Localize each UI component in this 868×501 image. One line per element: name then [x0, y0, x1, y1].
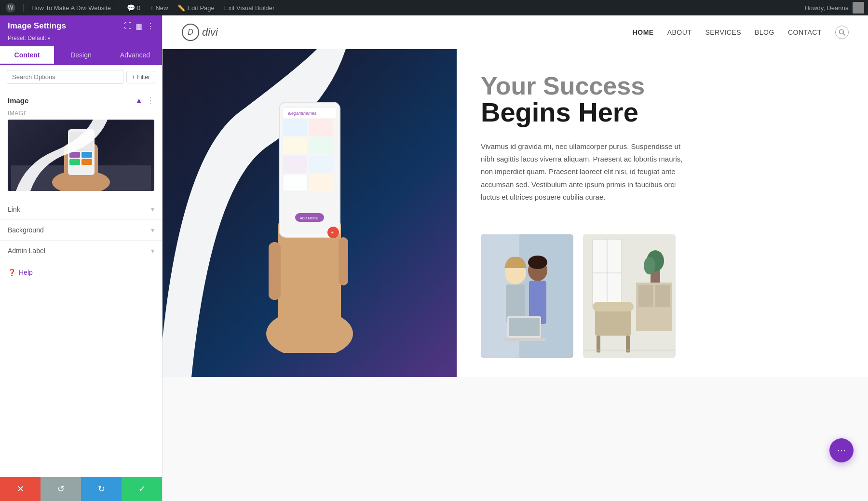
svg-rect-51 — [595, 309, 631, 336]
nav-home[interactable]: HOME — [633, 28, 654, 36]
svg-text:elegantthemes: elegantthemes — [288, 111, 317, 116]
nav-about[interactable]: ABOUT — [667, 28, 692, 36]
admin-label-chevron-icon: ▾ — [151, 247, 154, 255]
nav-services[interactable]: SERVICES — [705, 28, 741, 36]
svg-rect-25 — [283, 174, 307, 191]
undo-button[interactable]: ↺ — [41, 477, 81, 501]
exit-builder-item[interactable]: Exit Visual Builder — [222, 0, 277, 15]
filter-button[interactable]: + Filter — [126, 71, 155, 83]
separator — [23, 4, 24, 12]
svg-point-36 — [528, 256, 547, 269]
wp-logo-item[interactable]: W — [4, 0, 17, 15]
svg-rect-26 — [309, 174, 333, 191]
svg-rect-22 — [309, 137, 333, 154]
svg-rect-7 — [69, 159, 80, 165]
help-label: Help — [19, 269, 33, 276]
hero-headline-area: Your Success Begins Here — [481, 73, 844, 140]
comments-item[interactable]: 💬 0 — [125, 0, 142, 15]
cancel-button[interactable]: ✕ — [0, 477, 41, 501]
save-button[interactable]: ✓ — [122, 477, 162, 501]
bubble-icon: 💬 — [127, 4, 135, 12]
tab-design[interactable]: Design — [54, 46, 108, 65]
nav-blog[interactable]: BLOG — [755, 28, 774, 36]
help-row[interactable]: ❓ Help — [0, 261, 162, 284]
svg-rect-5 — [69, 152, 80, 158]
redo-button[interactable]: ↻ — [81, 477, 122, 501]
background-chevron-icon: ▾ — [151, 226, 154, 234]
redo-icon: ↻ — [98, 484, 105, 494]
phone-display: elegantthemes ADD MOR — [163, 49, 457, 377]
undo-icon: ↺ — [57, 484, 65, 494]
svg-text:ADD MORE: ADD MORE — [300, 217, 318, 220]
panel-search: + Filter — [0, 65, 162, 89]
hero-thumb-people — [481, 234, 573, 358]
background-section-row[interactable]: Background ▾ — [0, 219, 162, 240]
columns-icon[interactable]: ▦ — [136, 22, 143, 31]
search-input[interactable] — [7, 70, 123, 84]
divi-logo-circle: D — [182, 24, 199, 41]
hero-image-area: elegantthemes ADD MOR — [163, 49, 457, 377]
link-section-row[interactable]: Link ▾ — [0, 199, 162, 219]
svg-rect-24 — [309, 156, 333, 173]
hero-image-bg: elegantthemes ADD MOR — [163, 49, 457, 377]
hero-thumb-chair — [583, 234, 676, 358]
hero-thumbnails — [481, 234, 844, 358]
hero-section: elegantthemes ADD MOR — [163, 49, 868, 377]
svg-line-10 — [843, 33, 845, 35]
site-header: D divi HOME ABOUT SERVICES BLOG CONTACT — [163, 15, 868, 49]
more-options-icon[interactable]: ⋮ — [147, 22, 154, 31]
hero-headline-bottom: Begins Here — [481, 98, 844, 127]
separator2 — [119, 4, 119, 12]
tab-content[interactable]: Content — [0, 46, 54, 65]
collapse-icon[interactable]: ▲ — [135, 96, 143, 105]
preset-row[interactable]: Preset: Default ▾ — [8, 35, 154, 46]
headline-top-text: Your Success — [481, 72, 645, 100]
hero-headline-top: Your Success — [481, 73, 844, 98]
svg-text:+: + — [331, 230, 334, 235]
svg-rect-21 — [283, 137, 307, 154]
svg-rect-19 — [283, 119, 307, 136]
new-item[interactable]: + New — [148, 0, 170, 15]
admin-bar: W How To Make A Divi Website 💬 0 + New ✏… — [0, 0, 868, 15]
hero-body-text: Vivamus id gravida mi, nec ullamcorper p… — [481, 140, 683, 203]
site-logo: D divi — [182, 24, 218, 41]
main-layout: Image Settings ⛶ ▦ ⋮ Preset: Default ▾ C… — [0, 15, 868, 501]
site-nav: HOME ABOUT SERVICES BLOG CONTACT — [633, 26, 849, 39]
admin-label-section-label: Admin Label — [8, 247, 45, 255]
search-icon[interactable] — [835, 26, 849, 39]
admin-label-section-row[interactable]: Admin Label ▾ — [0, 240, 162, 261]
help-icon: ❓ — [8, 269, 16, 276]
nav-contact[interactable]: CONTACT — [788, 28, 822, 36]
fab-button[interactable]: ··· — [829, 438, 854, 462]
panel-title-icons: ⛶ ▦ ⋮ — [124, 22, 154, 31]
svg-point-47 — [644, 257, 655, 274]
admin-bar-right: Howdy, Deanna — [804, 2, 864, 14]
image-section-title: Image — [8, 96, 28, 105]
edit-page-item[interactable]: ✏️ Edit Page — [176, 0, 216, 15]
image-preview[interactable] — [8, 120, 154, 191]
svg-rect-14 — [339, 237, 348, 285]
site-name-item[interactable]: How To Make A Divi Website — [29, 0, 113, 15]
svg-rect-13 — [269, 242, 281, 300]
image-section: Image ▲ ⋮ Image — [0, 89, 162, 191]
svg-rect-50 — [655, 285, 670, 307]
divi-letter: D — [188, 28, 193, 37]
fullscreen-icon[interactable]: ⛶ — [124, 22, 132, 30]
divi-text: divi — [202, 26, 218, 39]
fab-icon: ··· — [837, 444, 846, 457]
section-menu-icon[interactable]: ⋮ — [147, 96, 154, 105]
user-avatar — [853, 2, 864, 14]
svg-rect-40 — [502, 338, 546, 341]
preview-area: D divi HOME ABOUT SERVICES BLOG CONTACT — [163, 15, 868, 501]
image-preview-inner — [8, 120, 154, 191]
image-section-header[interactable]: Image ▲ ⋮ — [0, 89, 162, 110]
cancel-icon: ✕ — [17, 484, 24, 494]
exit-builder-label: Exit Visual Builder — [224, 4, 275, 12]
hero-content: Your Success Begins Here Vivamus id grav… — [457, 49, 868, 377]
preset-label: Preset: Default — [8, 35, 46, 41]
tab-advanced[interactable]: Advanced — [108, 46, 162, 65]
svg-rect-52 — [593, 302, 634, 311]
comments-count: 0 — [137, 4, 140, 12]
panel-title-row: Image Settings ⛶ ▦ ⋮ — [8, 21, 154, 35]
panel-header: Image Settings ⛶ ▦ ⋮ Preset: Default ▾ — [0, 15, 162, 46]
